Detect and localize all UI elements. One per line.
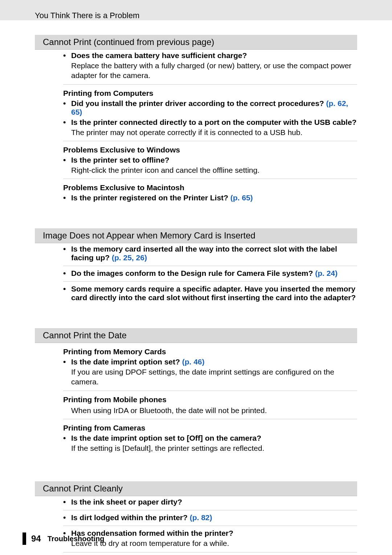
bullet-description: Replace the battery with a fully charged… (71, 61, 357, 81)
bullet-item: • Is the date imprint option set? (p. 46… (63, 358, 357, 366)
bullet-question: Has condensation formed within the print… (71, 529, 357, 538)
bullet-description: If the setting is [Default], the printer… (71, 443, 357, 453)
section-title-cannot-print: Cannot Print (continued from previous pa… (35, 35, 357, 50)
divider (63, 141, 357, 141)
bullet-item: • Is the printer set to offline? (63, 156, 357, 164)
bullet-dot-icon: • (63, 156, 71, 164)
section-title-image-not-appear: Image Does not Appear when Memory Card i… (35, 228, 357, 243)
question-text: Do the images conform to the Design rule… (71, 269, 315, 277)
bullet-dot-icon: • (63, 245, 71, 262)
bullet-item: • Do the images conform to the Design ru… (63, 269, 357, 278)
page-ref-link[interactable]: 26) (136, 253, 147, 262)
bullet-question: Is the date imprint option set? (p. 46) (71, 358, 357, 366)
subheading: Problems Exclusive to Windows (63, 146, 357, 154)
bullet-question: Is the printer connected directly to a p… (71, 118, 357, 127)
section-title-cannot-print-cleanly: Cannot Print Cleanly (35, 481, 357, 496)
bullet-question: Did you install the printer driver accor… (71, 99, 357, 117)
bullet-question: Is the ink sheet or paper dirty? (71, 498, 357, 506)
bullet-item: • Did you install the printer driver acc… (63, 99, 357, 117)
bullet-question: Is the date imprint option set to [Off] … (71, 434, 357, 442)
bullet-item: • Is the printer connected directly to a… (63, 118, 357, 127)
divider (63, 179, 357, 179)
bullet-item: • Does the camera battery have sufficien… (63, 51, 357, 60)
bullet-description: Leave it to dry at room temperature for … (71, 538, 357, 548)
bullet-description: When using IrDA or Bluetooth, the date w… (71, 405, 357, 415)
bullet-dot-icon: • (63, 193, 71, 202)
footer-bar-icon (23, 532, 26, 545)
page-ref-link[interactable]: (p. 65) (230, 193, 253, 202)
bullet-description: If you are using DPOF settings, the date… (71, 367, 357, 387)
page-ref-link[interactable]: (p. 24) (315, 269, 338, 277)
page-content: Cannot Print (continued from previous pa… (0, 35, 392, 555)
section-body: • Is the ink sheet or paper dirty? • Is … (35, 498, 357, 555)
bullet-item: • Is dirt lodged within the printer? (p.… (63, 513, 357, 522)
bullet-dot-icon: • (63, 285, 71, 302)
subheading: Problems Exclusive to Macintosh (63, 183, 357, 192)
bullet-dot-icon: • (63, 513, 71, 522)
subheading: Printing from Cameras (63, 424, 357, 432)
bullet-dot-icon: • (63, 498, 71, 506)
page-ref-sep: , (132, 253, 136, 262)
divider (63, 266, 357, 266)
page-footer: 94 Troubleshooting (23, 532, 104, 545)
question-text: Is dirt lodged within the printer? (71, 513, 190, 522)
divider (63, 526, 357, 526)
running-head: You Think There is a Problem (35, 11, 139, 20)
page-ref-link[interactable]: 65) (71, 108, 82, 116)
question-text: Did you install the printer driver accor… (71, 99, 326, 107)
bullet-question: Is dirt lodged within the printer? (p. 8… (71, 513, 357, 522)
bullet-dot-icon: • (63, 269, 71, 278)
bullet-dot-icon: • (63, 99, 71, 117)
divider (63, 391, 357, 391)
bullet-dot-icon: • (63, 118, 71, 127)
page-number: 94 (31, 534, 41, 544)
bullet-question: Is the memory card inserted all the way … (71, 245, 357, 262)
bullet-question: Is the printer set to offline? (71, 156, 357, 164)
bullet-question: Do the images conform to the Design rule… (71, 269, 357, 278)
bullet-question: Is the printer registered on the Printer… (71, 193, 357, 202)
bullet-dot-icon: • (63, 51, 71, 60)
page-ref-link[interactable]: (p. 25 (112, 253, 132, 262)
bullet-item: • Has condensation formed within the pri… (63, 529, 357, 538)
divider (63, 419, 357, 419)
bullet-question: Some memory cards require a specific ada… (71, 285, 357, 302)
bullet-dot-icon: • (63, 358, 71, 366)
divider (63, 281, 357, 282)
page-ref-sep: , (346, 99, 348, 107)
subheading: Printing from Memory Cards (63, 347, 357, 356)
section-body: • Does the camera battery have sufficien… (35, 51, 357, 202)
subheading: Printing from Computers (63, 89, 357, 98)
question-text: Is the printer registered on the Printer… (71, 193, 230, 202)
bullet-description: The printer may not operate correctly if… (71, 127, 357, 137)
bullet-item: • Is the date imprint option set to [Off… (63, 434, 357, 442)
bullet-dot-icon: • (63, 434, 71, 442)
page-ref-link[interactable]: (p. 46) (182, 358, 205, 366)
bullet-item: • Is the printer registered on the Print… (63, 193, 357, 202)
footer-label: Troubleshooting (48, 535, 105, 543)
bullet-item: • Some memory cards require a specific a… (63, 285, 357, 302)
section-body: Printing from Memory Cards • Is the date… (35, 347, 357, 453)
page-ref-link[interactable]: (p. 62 (326, 99, 346, 107)
subheading: Printing from Mobile phones (63, 395, 357, 404)
section-body: • Is the memory card inserted all the wa… (35, 245, 357, 302)
question-text: Is the date imprint option set? (71, 358, 182, 366)
bullet-item: • Is the ink sheet or paper dirty? (63, 498, 357, 506)
bullet-item: • Is the memory card inserted all the wa… (63, 245, 357, 262)
bullet-question: Does the camera battery have sufficient … (71, 51, 357, 60)
divider (63, 84, 357, 85)
question-text: Is the memory card inserted all the way … (71, 245, 337, 262)
section-title-cannot-print-date: Cannot Print the Date (35, 328, 357, 343)
divider (63, 552, 357, 552)
divider (63, 510, 357, 510)
bullet-description: Right-click the printer icon and cancel … (71, 165, 357, 175)
page-ref-link[interactable]: (p. 82) (190, 513, 212, 522)
